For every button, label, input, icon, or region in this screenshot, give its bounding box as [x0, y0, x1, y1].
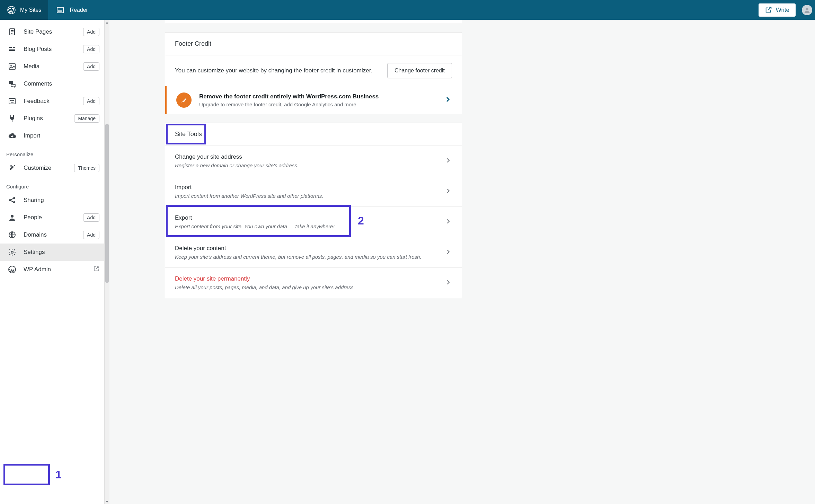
- scroll-down-icon[interactable]: ▼: [105, 499, 109, 504]
- annotation-label-1: 1: [55, 468, 62, 481]
- add-button[interactable]: Add: [83, 231, 99, 239]
- svg-point-20: [11, 215, 14, 218]
- topbar-left: My Sites Reader: [0, 0, 96, 20]
- sidebar-label: Customize: [24, 165, 67, 171]
- write-label: Write: [776, 7, 789, 14]
- user-avatar[interactable]: [802, 5, 812, 15]
- share-icon: [8, 196, 17, 205]
- write-icon: [765, 6, 772, 14]
- feedback-icon: [8, 97, 17, 106]
- site-tools-card: Site Tools Change your site address Regi…: [165, 123, 462, 298]
- sidebar-item-media[interactable]: Media Add: [0, 58, 104, 75]
- nav-reader-label: Reader: [70, 7, 88, 13]
- sidebar-label: Plugins: [24, 115, 67, 122]
- sidebar-scrollbar[interactable]: ▲ ▼: [105, 20, 109, 504]
- top-bar: My Sites Reader Write: [0, 0, 815, 20]
- upsell-title: Remove the footer credit entirely with W…: [199, 93, 436, 100]
- sidebar-item-wp-admin[interactable]: WP Admin: [0, 261, 104, 278]
- row-title: Import: [175, 184, 437, 191]
- main-area: Site Pages Add Blog Posts Add Media Add …: [0, 20, 815, 504]
- card-header: Site Tools: [165, 123, 462, 145]
- tool-row-delete-content[interactable]: Delete your content Keep your site's add…: [165, 237, 462, 267]
- page-icon: [8, 27, 17, 36]
- sidebar-item-blog-posts[interactable]: Blog Posts Add: [0, 41, 104, 58]
- add-button[interactable]: Add: [83, 62, 99, 71]
- chevron-right-icon: [444, 218, 452, 227]
- import-icon: [8, 131, 17, 140]
- sidebar-item-people[interactable]: People Add: [0, 209, 104, 226]
- add-button[interactable]: Add: [83, 45, 99, 53]
- write-button[interactable]: Write: [759, 3, 796, 17]
- svg-point-18: [13, 197, 15, 199]
- domains-icon: [8, 230, 17, 239]
- sidebar-label: WP Admin: [24, 266, 86, 273]
- add-button[interactable]: Add: [83, 97, 99, 105]
- tool-row-import[interactable]: Import Import content from another WordP…: [165, 176, 462, 206]
- nav-my-sites[interactable]: My Sites: [0, 0, 48, 20]
- sidebar-heading-personalize: Personalize: [0, 144, 104, 159]
- row-desc: Delete all your posts, pages, media, and…: [175, 284, 437, 290]
- sidebar-label: Feedback: [24, 98, 76, 105]
- chevron-right-icon: [444, 187, 452, 196]
- upsell-row[interactable]: Remove the footer credit entirely with W…: [165, 86, 462, 114]
- row-desc: Keep your site's address and current the…: [175, 254, 437, 260]
- tool-row-delete-site[interactable]: Delete your site permanently Delete all …: [165, 267, 462, 298]
- scrollbar-thumb[interactable]: [105, 124, 109, 283]
- sidebar-item-settings[interactable]: Settings: [0, 244, 104, 261]
- sidebar-label: Settings: [24, 249, 99, 256]
- svg-point-14: [10, 100, 11, 101]
- sidebar-item-import[interactable]: Import: [0, 127, 104, 144]
- svg-rect-3: [58, 10, 62, 11]
- sidebar-label: Site Pages: [24, 28, 76, 35]
- sidebar-item-feedback[interactable]: Feedback Add: [0, 92, 104, 110]
- svg-rect-9: [9, 50, 15, 51]
- svg-rect-8: [9, 49, 15, 50]
- plugins-icon: [8, 114, 17, 123]
- svg-point-17: [9, 199, 11, 201]
- svg-point-16: [13, 100, 14, 101]
- customize-icon: [8, 163, 17, 173]
- sidebar-item-comments[interactable]: Comments: [0, 75, 104, 92]
- content-area: Footer Credit You can customize your web…: [109, 20, 815, 504]
- row-title: Delete your site permanently: [175, 275, 437, 282]
- chevron-right-icon: [444, 248, 452, 257]
- add-button[interactable]: Add: [83, 28, 99, 36]
- card-fragment: [165, 20, 462, 24]
- sidebar-item-site-pages[interactable]: Site Pages Add: [0, 23, 104, 41]
- svg-rect-7: [9, 47, 12, 48]
- add-button[interactable]: Add: [83, 213, 99, 222]
- svg-rect-4: [58, 11, 62, 12]
- wordpress-icon: [7, 6, 16, 15]
- sidebar-item-domains[interactable]: Domains Add: [0, 226, 104, 244]
- change-footer-credit-button[interactable]: Change footer credit: [387, 63, 452, 78]
- chevron-right-icon: [444, 278, 452, 288]
- external-link-icon: [93, 266, 99, 274]
- sidebar: Site Pages Add Blog Posts Add Media Add …: [0, 20, 105, 504]
- row-title: Export: [175, 214, 437, 221]
- scroll-up-icon[interactable]: ▲: [105, 20, 109, 25]
- tool-row-export[interactable]: Export Export content from your site. Yo…: [165, 206, 462, 237]
- svg-point-15: [12, 100, 12, 101]
- card-header: Footer Credit: [165, 33, 462, 55]
- sidebar-label: Blog Posts: [24, 46, 76, 53]
- media-icon: [8, 62, 17, 71]
- footer-credit-row: You can customize your website by changi…: [165, 55, 462, 86]
- sidebar-item-customize[interactable]: Customize Themes: [0, 159, 104, 177]
- svg-rect-10: [13, 47, 15, 48]
- svg-point-22: [11, 251, 13, 253]
- nav-reader[interactable]: Reader: [48, 6, 95, 15]
- sidebar-heading-configure: Configure: [0, 177, 104, 192]
- sidebar-label: Sharing: [24, 197, 99, 204]
- reader-icon: [56, 6, 65, 15]
- chevron-right-icon: [444, 95, 452, 105]
- avatar-icon: [803, 6, 811, 14]
- svg-point-12: [10, 65, 12, 67]
- comments-icon: [8, 79, 17, 88]
- sidebar-label: Media: [24, 63, 76, 70]
- manage-button[interactable]: Manage: [74, 114, 99, 123]
- wordpress-icon: [8, 265, 17, 274]
- themes-button[interactable]: Themes: [74, 164, 99, 172]
- sidebar-item-sharing[interactable]: Sharing: [0, 192, 104, 209]
- sidebar-item-plugins[interactable]: Plugins Manage: [0, 110, 104, 127]
- tool-row-change-address[interactable]: Change your site address Register a new …: [165, 145, 462, 176]
